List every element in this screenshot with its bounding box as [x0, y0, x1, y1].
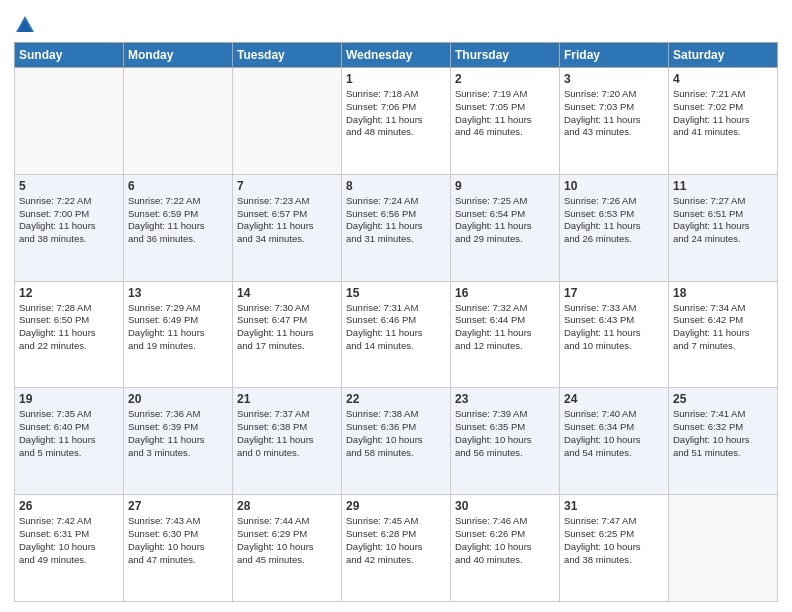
calendar-cell: 22Sunrise: 7:38 AM Sunset: 6:36 PM Dayli…	[342, 388, 451, 495]
day-info: Sunrise: 7:25 AM Sunset: 6:54 PM Dayligh…	[455, 195, 555, 246]
calendar-week-5: 26Sunrise: 7:42 AM Sunset: 6:31 PM Dayli…	[15, 495, 778, 602]
day-info: Sunrise: 7:22 AM Sunset: 6:59 PM Dayligh…	[128, 195, 228, 246]
day-info: Sunrise: 7:39 AM Sunset: 6:35 PM Dayligh…	[455, 408, 555, 459]
calendar-cell: 12Sunrise: 7:28 AM Sunset: 6:50 PM Dayli…	[15, 281, 124, 388]
day-number: 13	[128, 286, 228, 300]
day-info: Sunrise: 7:41 AM Sunset: 6:32 PM Dayligh…	[673, 408, 773, 459]
day-info: Sunrise: 7:43 AM Sunset: 6:30 PM Dayligh…	[128, 515, 228, 566]
day-info: Sunrise: 7:21 AM Sunset: 7:02 PM Dayligh…	[673, 88, 773, 139]
day-info: Sunrise: 7:37 AM Sunset: 6:38 PM Dayligh…	[237, 408, 337, 459]
day-number: 30	[455, 499, 555, 513]
calendar-cell: 7Sunrise: 7:23 AM Sunset: 6:57 PM Daylig…	[233, 174, 342, 281]
calendar-cell: 16Sunrise: 7:32 AM Sunset: 6:44 PM Dayli…	[451, 281, 560, 388]
day-number: 3	[564, 72, 664, 86]
calendar-cell	[233, 68, 342, 175]
calendar-week-1: 1Sunrise: 7:18 AM Sunset: 7:06 PM Daylig…	[15, 68, 778, 175]
calendar-header-saturday: Saturday	[669, 43, 778, 68]
calendar-cell	[669, 495, 778, 602]
day-number: 18	[673, 286, 773, 300]
calendar-cell: 26Sunrise: 7:42 AM Sunset: 6:31 PM Dayli…	[15, 495, 124, 602]
day-info: Sunrise: 7:40 AM Sunset: 6:34 PM Dayligh…	[564, 408, 664, 459]
day-number: 9	[455, 179, 555, 193]
calendar-cell: 19Sunrise: 7:35 AM Sunset: 6:40 PM Dayli…	[15, 388, 124, 495]
day-info: Sunrise: 7:35 AM Sunset: 6:40 PM Dayligh…	[19, 408, 119, 459]
calendar-cell	[15, 68, 124, 175]
day-number: 17	[564, 286, 664, 300]
day-number: 16	[455, 286, 555, 300]
logo-icon	[14, 14, 36, 36]
day-number: 5	[19, 179, 119, 193]
day-info: Sunrise: 7:23 AM Sunset: 6:57 PM Dayligh…	[237, 195, 337, 246]
day-info: Sunrise: 7:20 AM Sunset: 7:03 PM Dayligh…	[564, 88, 664, 139]
day-number: 20	[128, 392, 228, 406]
calendar-header-wednesday: Wednesday	[342, 43, 451, 68]
day-info: Sunrise: 7:18 AM Sunset: 7:06 PM Dayligh…	[346, 88, 446, 139]
day-number: 10	[564, 179, 664, 193]
page: SundayMondayTuesdayWednesdayThursdayFrid…	[0, 0, 792, 612]
calendar-header-thursday: Thursday	[451, 43, 560, 68]
day-number: 8	[346, 179, 446, 193]
calendar-cell: 29Sunrise: 7:45 AM Sunset: 6:28 PM Dayli…	[342, 495, 451, 602]
day-number: 6	[128, 179, 228, 193]
day-info: Sunrise: 7:38 AM Sunset: 6:36 PM Dayligh…	[346, 408, 446, 459]
day-info: Sunrise: 7:32 AM Sunset: 6:44 PM Dayligh…	[455, 302, 555, 353]
calendar-cell	[124, 68, 233, 175]
header	[14, 10, 778, 36]
calendar-cell: 4Sunrise: 7:21 AM Sunset: 7:02 PM Daylig…	[669, 68, 778, 175]
day-number: 15	[346, 286, 446, 300]
day-info: Sunrise: 7:19 AM Sunset: 7:05 PM Dayligh…	[455, 88, 555, 139]
day-number: 11	[673, 179, 773, 193]
day-number: 1	[346, 72, 446, 86]
calendar-cell: 5Sunrise: 7:22 AM Sunset: 7:00 PM Daylig…	[15, 174, 124, 281]
day-info: Sunrise: 7:42 AM Sunset: 6:31 PM Dayligh…	[19, 515, 119, 566]
calendar-cell: 14Sunrise: 7:30 AM Sunset: 6:47 PM Dayli…	[233, 281, 342, 388]
day-info: Sunrise: 7:27 AM Sunset: 6:51 PM Dayligh…	[673, 195, 773, 246]
calendar-cell: 9Sunrise: 7:25 AM Sunset: 6:54 PM Daylig…	[451, 174, 560, 281]
day-info: Sunrise: 7:36 AM Sunset: 6:39 PM Dayligh…	[128, 408, 228, 459]
day-number: 19	[19, 392, 119, 406]
day-info: Sunrise: 7:28 AM Sunset: 6:50 PM Dayligh…	[19, 302, 119, 353]
logo	[14, 14, 39, 36]
calendar-header-sunday: Sunday	[15, 43, 124, 68]
calendar-cell: 23Sunrise: 7:39 AM Sunset: 6:35 PM Dayli…	[451, 388, 560, 495]
day-info: Sunrise: 7:47 AM Sunset: 6:25 PM Dayligh…	[564, 515, 664, 566]
calendar-header-tuesday: Tuesday	[233, 43, 342, 68]
day-info: Sunrise: 7:29 AM Sunset: 6:49 PM Dayligh…	[128, 302, 228, 353]
day-info: Sunrise: 7:24 AM Sunset: 6:56 PM Dayligh…	[346, 195, 446, 246]
calendar-cell: 3Sunrise: 7:20 AM Sunset: 7:03 PM Daylig…	[560, 68, 669, 175]
day-info: Sunrise: 7:45 AM Sunset: 6:28 PM Dayligh…	[346, 515, 446, 566]
calendar-week-3: 12Sunrise: 7:28 AM Sunset: 6:50 PM Dayli…	[15, 281, 778, 388]
calendar-cell: 20Sunrise: 7:36 AM Sunset: 6:39 PM Dayli…	[124, 388, 233, 495]
calendar-cell: 8Sunrise: 7:24 AM Sunset: 6:56 PM Daylig…	[342, 174, 451, 281]
calendar-cell: 2Sunrise: 7:19 AM Sunset: 7:05 PM Daylig…	[451, 68, 560, 175]
day-number: 22	[346, 392, 446, 406]
calendar-cell: 21Sunrise: 7:37 AM Sunset: 6:38 PM Dayli…	[233, 388, 342, 495]
calendar-header-friday: Friday	[560, 43, 669, 68]
day-number: 27	[128, 499, 228, 513]
calendar-cell: 27Sunrise: 7:43 AM Sunset: 6:30 PM Dayli…	[124, 495, 233, 602]
day-info: Sunrise: 7:22 AM Sunset: 7:00 PM Dayligh…	[19, 195, 119, 246]
day-info: Sunrise: 7:26 AM Sunset: 6:53 PM Dayligh…	[564, 195, 664, 246]
day-info: Sunrise: 7:30 AM Sunset: 6:47 PM Dayligh…	[237, 302, 337, 353]
day-number: 29	[346, 499, 446, 513]
day-number: 26	[19, 499, 119, 513]
calendar-cell: 28Sunrise: 7:44 AM Sunset: 6:29 PM Dayli…	[233, 495, 342, 602]
day-info: Sunrise: 7:33 AM Sunset: 6:43 PM Dayligh…	[564, 302, 664, 353]
calendar-week-4: 19Sunrise: 7:35 AM Sunset: 6:40 PM Dayli…	[15, 388, 778, 495]
day-number: 12	[19, 286, 119, 300]
day-number: 25	[673, 392, 773, 406]
calendar-cell: 10Sunrise: 7:26 AM Sunset: 6:53 PM Dayli…	[560, 174, 669, 281]
calendar-cell: 6Sunrise: 7:22 AM Sunset: 6:59 PM Daylig…	[124, 174, 233, 281]
calendar-cell: 31Sunrise: 7:47 AM Sunset: 6:25 PM Dayli…	[560, 495, 669, 602]
day-number: 31	[564, 499, 664, 513]
calendar-cell: 24Sunrise: 7:40 AM Sunset: 6:34 PM Dayli…	[560, 388, 669, 495]
calendar-cell: 17Sunrise: 7:33 AM Sunset: 6:43 PM Dayli…	[560, 281, 669, 388]
calendar-header-monday: Monday	[124, 43, 233, 68]
calendar-cell: 25Sunrise: 7:41 AM Sunset: 6:32 PM Dayli…	[669, 388, 778, 495]
calendar-cell: 11Sunrise: 7:27 AM Sunset: 6:51 PM Dayli…	[669, 174, 778, 281]
day-number: 28	[237, 499, 337, 513]
day-info: Sunrise: 7:44 AM Sunset: 6:29 PM Dayligh…	[237, 515, 337, 566]
day-number: 24	[564, 392, 664, 406]
calendar-cell: 15Sunrise: 7:31 AM Sunset: 6:46 PM Dayli…	[342, 281, 451, 388]
day-info: Sunrise: 7:31 AM Sunset: 6:46 PM Dayligh…	[346, 302, 446, 353]
